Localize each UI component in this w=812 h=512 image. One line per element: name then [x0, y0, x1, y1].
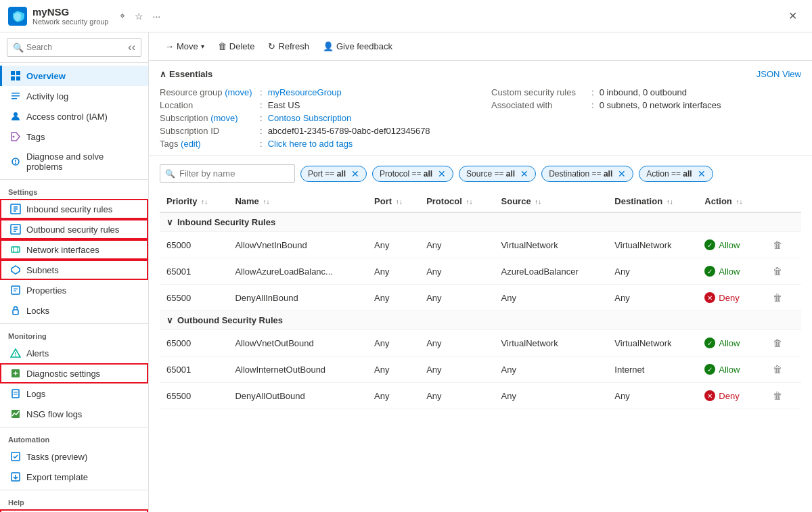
add-tags-link[interactable]: Click here to add tags	[268, 139, 353, 149]
svg-rect-2	[11, 76, 15, 80]
sidebar-item-nsg-flow[interactable]: NSG flow logs	[0, 404, 148, 424]
delete-button[interactable]: 🗑 Delete	[212, 38, 261, 55]
deny-icon: ✕	[704, 390, 715, 401]
refresh-button[interactable]: ↻ Refresh	[263, 38, 315, 55]
rg-value-link[interactable]: myResourceGroup	[268, 87, 342, 97]
sidebar-item-locks[interactable]: Locks	[0, 300, 148, 321]
content-area: → Move ▾ 🗑 Delete ↻ Refresh 👤 Give feedb…	[149, 32, 812, 512]
app-subtitle: Network security group	[32, 18, 109, 26]
cell-port: Any	[367, 356, 420, 383]
more-icon[interactable]: ···	[150, 8, 164, 24]
table-row[interactable]: 65500 DenyAllOutBound Any Any Any Any ✕ …	[160, 383, 801, 409]
filter-by-name-input[interactable]	[160, 164, 295, 183]
row-delete-button[interactable]: 🗑	[769, 388, 786, 403]
inbound-icon	[10, 204, 21, 214]
sidebar-collapse-button[interactable]: ‹‹	[128, 41, 135, 53]
sidebar-item-outbound[interactable]: Outbound security rules	[0, 219, 148, 239]
svg-rect-24	[12, 286, 20, 294]
locks-icon	[10, 305, 21, 316]
sub-move-link[interactable]: (move)	[210, 113, 238, 123]
table-row[interactable]: 65000 AllowVnetInBound Any Any VirtualNe…	[160, 232, 801, 258]
inbound-collapse-icon[interactable]: ∨	[166, 217, 173, 227]
close-button[interactable]: ✕	[782, 5, 804, 26]
protocol-filter-close[interactable]: ✕	[438, 168, 446, 179]
row-delete-button[interactable]: 🗑	[769, 335, 786, 350]
tags-edit-link[interactable]: (edit)	[181, 139, 201, 149]
deny-badge: ✕ Deny	[704, 390, 755, 401]
cell-protocol: Any	[420, 232, 494, 258]
sidebar-item-label: Overview	[26, 71, 66, 81]
col-action[interactable]: Action ↑↓	[698, 191, 762, 212]
favorite-icon[interactable]: ☆	[132, 8, 146, 24]
sidebar-item-alerts[interactable]: Alerts	[0, 343, 148, 363]
sub-value-link[interactable]: Contoso Subscription	[268, 113, 352, 123]
col-source[interactable]: Source ↑↓	[495, 191, 608, 212]
sidebar-item-diagnostic-settings[interactable]: Diagnostic settings	[0, 363, 148, 383]
sidebar-item-label: Locks	[26, 306, 49, 316]
app-icon	[8, 7, 27, 26]
sidebar-item-activity-log[interactable]: Activity log	[0, 86, 148, 106]
sidebar-item-subnets[interactable]: Subnets	[0, 260, 148, 280]
source-filter-close[interactable]: ✕	[520, 168, 528, 179]
json-view-link[interactable]: JSON View	[757, 69, 801, 79]
port-filter-close[interactable]: ✕	[351, 168, 359, 179]
sidebar-item-iam[interactable]: Access control (IAM)	[0, 106, 148, 126]
destination-filter-close[interactable]: ✕	[618, 168, 626, 179]
source-filter-tag[interactable]: Source == all ✕	[459, 166, 536, 182]
sidebar-item-label: Diagnostic settings	[26, 369, 100, 379]
sidebar-item-diagnose[interactable]: Diagnose and solve problems	[0, 147, 148, 177]
row-delete-button[interactable]: 🗑	[769, 237, 786, 252]
table-row[interactable]: 65000 AllowVnetOutBound Any Any VirtualN…	[160, 330, 801, 356]
sidebar-item-tags[interactable]: Tags	[0, 126, 148, 147]
top-bar: myNSG Network security group ⌖ ☆ ··· ✕	[0, 0, 812, 32]
move-button[interactable]: → Move ▾	[160, 38, 210, 55]
sidebar-item-label: Subnets	[26, 265, 59, 275]
diagnostic-icon	[10, 368, 21, 379]
alerts-icon	[10, 348, 21, 358]
cell-name: AllowVnetOutBound	[228, 330, 367, 356]
priority-sort-icon: ↑↓	[201, 198, 208, 206]
col-name[interactable]: Name ↑↓	[228, 191, 367, 212]
action-filter-tag[interactable]: Action == all ✕	[639, 166, 713, 182]
sidebar-item-properties[interactable]: Properties	[0, 280, 148, 300]
feedback-button[interactable]: 👤 Give feedback	[317, 38, 398, 55]
col-protocol[interactable]: Protocol ↑↓	[420, 191, 494, 212]
search-input[interactable]	[26, 43, 125, 52]
protocol-filter-tag[interactable]: Protocol == all ✕	[372, 166, 453, 182]
app-title-block: myNSG Network security group	[32, 6, 109, 26]
col-destination[interactable]: Destination ↑↓	[608, 191, 698, 212]
cell-priority: 65500	[160, 383, 228, 409]
sidebar-item-export[interactable]: Export template	[0, 467, 148, 487]
col-priority[interactable]: Priority ↑↓	[160, 191, 228, 212]
cell-name: DenyAllOutBound	[228, 383, 367, 409]
sidebar-item-effective-rules[interactable]: Effective security rules	[0, 509, 148, 512]
row-delete-button[interactable]: 🗑	[769, 362, 786, 377]
allow-icon: ✓	[704, 338, 715, 348]
table-row[interactable]: 65500 DenyAllInBound Any Any Any Any ✕ D…	[160, 285, 801, 311]
row-delete-button[interactable]: 🗑	[769, 264, 786, 279]
cell-delete: 🗑	[762, 258, 801, 285]
sidebar-item-tasks[interactable]: Tasks (preview)	[0, 446, 148, 467]
app-name: myNSG	[32, 6, 109, 18]
sidebar-item-logs[interactable]: Logs	[0, 383, 148, 404]
cell-source: VirtualNetwork	[495, 330, 608, 356]
row-delete-button[interactable]: 🗑	[769, 290, 786, 305]
action-filter-close[interactable]: ✕	[698, 168, 706, 179]
table-row[interactable]: 65001 AllowAzureLoadBalanc... Any Any Az…	[160, 258, 801, 285]
rg-move-link[interactable]: (move)	[225, 87, 252, 97]
destination-sort-icon: ↑↓	[667, 198, 673, 206]
col-actions-empty	[762, 191, 801, 212]
col-port[interactable]: Port ↑↓	[367, 191, 420, 212]
svg-point-29	[15, 355, 16, 356]
table-row[interactable]: 65001 AllowInternetOutBound Any Any Any …	[160, 356, 801, 383]
destination-filter-tag[interactable]: Destination == all ✕	[541, 166, 633, 182]
pin-icon[interactable]: ⌖	[117, 7, 128, 24]
essentials-row-subscription-id: Subscription ID : abcdef01-2345-6789-0ab…	[160, 124, 470, 137]
svg-rect-6	[12, 98, 17, 99]
sidebar-item-overview[interactable]: Overview	[0, 66, 148, 86]
sidebar-item-inbound[interactable]: Inbound security rules	[0, 199, 148, 219]
outbound-collapse-icon[interactable]: ∨	[166, 315, 173, 325]
port-filter-tag[interactable]: Port == all ✕	[300, 166, 367, 182]
essentials-toggle-button[interactable]: ∧ Essentials	[160, 69, 212, 79]
sidebar-item-network-interfaces[interactable]: Network interfaces	[0, 239, 148, 260]
